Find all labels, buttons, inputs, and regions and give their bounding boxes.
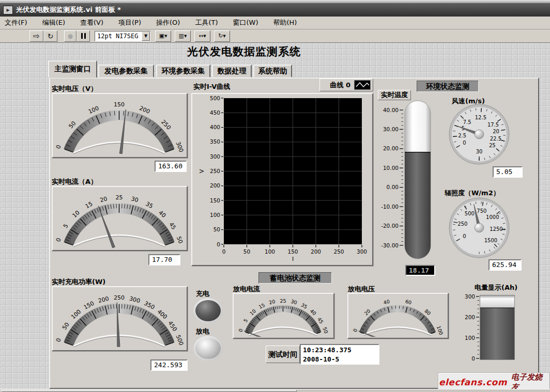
- run-button[interactable]: [29, 30, 43, 42]
- svg-text:20: 20: [99, 195, 108, 203]
- svg-text:0: 0: [352, 328, 358, 333]
- font-selector-arrow-icon[interactable]: ▼: [142, 32, 150, 41]
- voltage-meter: 050100150200250300: [52, 93, 188, 158]
- svg-text:-10.00: -10.00: [381, 203, 399, 210]
- iv-chart-plot: 0501001502002503003504004505000501001502…: [192, 94, 372, 265]
- svg-text:300: 300: [357, 248, 367, 255]
- svg-text:50: 50: [175, 236, 184, 245]
- svg-text:50: 50: [61, 321, 71, 331]
- temperature-label: 实时温度: [378, 90, 411, 100]
- discharge-current-meter: 05101520253035404550: [233, 293, 334, 339]
- voltage-meter-dial: 050100150200250300: [53, 94, 186, 156]
- svg-text:150: 150: [114, 101, 125, 108]
- svg-text:20.00: 20.00: [383, 145, 399, 151]
- svg-text:30: 30: [130, 195, 139, 203]
- svg-text:0: 0: [55, 144, 63, 150]
- menu-item-4[interactable]: 项目(P): [118, 18, 141, 27]
- font-selector[interactable]: 12pt NI7SEG ▼: [95, 31, 150, 41]
- test-time-value: 10:23:48.375: [303, 346, 376, 355]
- tab-3[interactable]: 环境参数采集: [156, 65, 210, 77]
- svg-text:35: 35: [300, 302, 309, 310]
- svg-text:V: V: [198, 169, 205, 173]
- tab-4[interactable]: 数据处理: [212, 65, 252, 77]
- menu-item-8[interactable]: 帮助(H): [273, 18, 297, 27]
- menu-item-3[interactable]: 查看(V): [80, 18, 103, 27]
- svg-text:40.00: 40.00: [383, 107, 399, 113]
- font-selector-value: 12pt NI7SEG: [95, 33, 142, 40]
- wind-gauge: 02.557.512.517.52022.52530: [449, 104, 510, 165]
- pause-button[interactable]: [77, 30, 90, 42]
- menu-item-2[interactable]: 编辑(E): [42, 18, 65, 27]
- distribute-objects-button[interactable]: ▥▾: [175, 30, 191, 42]
- current-meter-label: 实时电流（A）: [52, 177, 97, 186]
- svg-text:100: 100: [436, 325, 445, 336]
- svg-text:250: 250: [457, 221, 467, 227]
- svg-text:200: 200: [465, 314, 475, 320]
- power-meter-dial: 050100150200250300350400450500: [53, 287, 186, 349]
- charge-tank: 3002001000: [462, 291, 520, 365]
- tab-2[interactable]: 发电参数采集: [98, 65, 154, 77]
- svg-text:1500: 1500: [484, 238, 497, 243]
- svg-text:45: 45: [316, 316, 325, 324]
- svg-text:200: 200: [98, 295, 110, 305]
- svg-text:500: 500: [465, 211, 475, 216]
- discharge-led: [193, 336, 223, 361]
- abort-button[interactable]: [64, 30, 77, 42]
- svg-text:15: 15: [84, 200, 94, 210]
- irradiance-gauge-label: 辐照度（W/m2）: [445, 189, 500, 198]
- discharge-current-dial: 05101520253035404550: [234, 294, 332, 337]
- menu-item-1[interactable]: 文件(F): [5, 18, 27, 27]
- power-display: 242.593: [150, 359, 188, 371]
- resize-objects-button[interactable]: ↔▾: [194, 30, 210, 42]
- svg-text:0: 0: [237, 328, 243, 333]
- svg-text:0: 0: [55, 237, 63, 243]
- menu-bar: 文件(F)编辑(E)查看(V)项目(P)操作(O)工具(T)窗口(W)帮助(H): [0, 17, 550, 29]
- power-meter: 050100150200250300350400450500: [52, 286, 188, 351]
- svg-text:40: 40: [383, 299, 390, 306]
- svg-text:150: 150: [287, 248, 298, 255]
- toolbar: 12pt NI7SEG ▼ ▣▾▥▾↔▾↻▾: [0, 29, 550, 43]
- menu-item-6[interactable]: 工具(T): [195, 18, 218, 27]
- svg-text:20: 20: [268, 299, 276, 306]
- svg-text:450: 450: [210, 109, 220, 116]
- environment-section-header: 环境状态监测: [417, 81, 479, 92]
- iv-chart-legend[interactable]: 曲线 0: [319, 79, 373, 91]
- svg-text:100: 100: [87, 105, 100, 115]
- menu-item-5[interactable]: 操作(O): [156, 18, 180, 27]
- tab-1[interactable]: 主监测窗口: [48, 60, 97, 78]
- svg-text:500: 500: [175, 334, 185, 347]
- svg-text:1000: 1000: [486, 214, 499, 220]
- power-meter-label: 实时充电功率(W): [52, 277, 105, 287]
- menu-item-7[interactable]: 窗口(W): [233, 18, 258, 27]
- tab-5[interactable]: 系统帮助: [253, 65, 292, 77]
- svg-text:300: 300: [210, 153, 220, 160]
- align-objects-button[interactable]: ▣▾: [155, 30, 171, 42]
- svg-text:0: 0: [463, 233, 466, 239]
- current-display: 17.70: [148, 254, 180, 265]
- vi-icon: ▶: [3, 6, 13, 14]
- svg-text:35: 35: [145, 200, 154, 210]
- test-date-value: 2008-10-5: [303, 355, 376, 364]
- svg-text:30: 30: [476, 149, 483, 154]
- iv-chart: 0501001502002503003504004505000501001502…: [191, 93, 373, 266]
- horizontal-scrollbar[interactable]: [0, 389, 550, 392]
- svg-text:750: 750: [477, 208, 486, 214]
- current-meter-dial: 05101520253035404550: [53, 187, 186, 249]
- svg-text:400: 400: [210, 124, 220, 130]
- window-title: 光伏发电数据监测系统.vi 前面板 *: [16, 5, 121, 14]
- elecfans-logo: elecfans.com 电子发烧友: [438, 373, 549, 391]
- page-title: 光伏发电数据监测系统: [187, 44, 301, 59]
- svg-text:0: 0: [217, 241, 220, 247]
- logo-brand: elecfans.com: [439, 377, 507, 387]
- reorder-objects-button[interactable]: ↻▾: [214, 30, 230, 42]
- svg-text:0.00: 0.00: [387, 184, 399, 190]
- legend-series-label: 曲线 0: [330, 81, 350, 90]
- discharge-led-label: 放电: [196, 327, 209, 336]
- run-continuous-button[interactable]: [43, 30, 57, 42]
- svg-text:-20.00: -20.00: [381, 223, 399, 229]
- svg-text:5: 5: [242, 318, 249, 323]
- test-time-display: 10:23:48.375 2008-10-5: [300, 344, 379, 365]
- svg-text:0: 0: [463, 140, 466, 146]
- horizontal-scrollbar-thumb[interactable]: [1, 390, 297, 392]
- svg-text:40: 40: [309, 308, 317, 316]
